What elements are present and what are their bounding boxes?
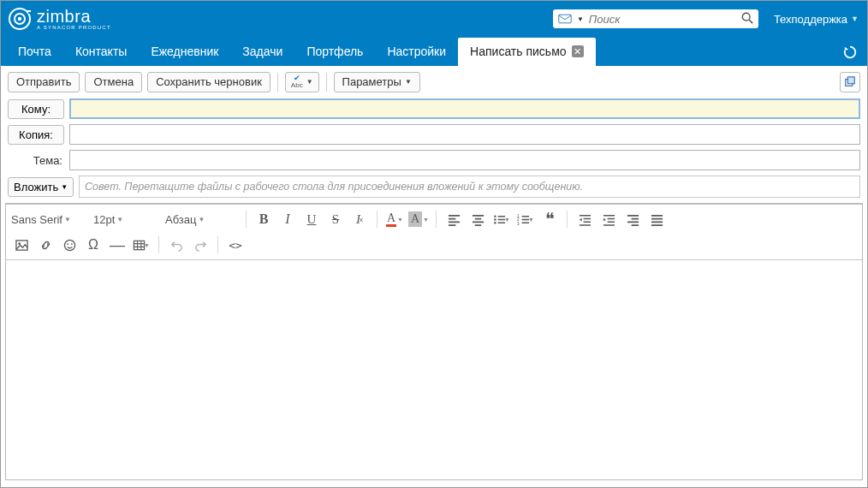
toolbar-divider xyxy=(326,73,327,92)
block-format-select[interactable]: Абзац▼ xyxy=(163,211,241,228)
editor: Sans Serif▼ 12pt▼ Абзац▼ B I U S Ix A▼ A… xyxy=(5,203,863,480)
search-input[interactable] xyxy=(589,13,736,26)
blockquote-button[interactable]: ❝ xyxy=(538,208,562,230)
save-draft-button[interactable]: Сохранить черновик xyxy=(147,72,271,92)
cancel-button[interactable]: Отмена xyxy=(85,72,142,92)
logo-name: zimbra xyxy=(37,8,111,25)
hr-button[interactable]: — xyxy=(105,234,129,256)
support-menu[interactable]: Техподдержка ▼ xyxy=(774,13,859,26)
subject-input[interactable] xyxy=(69,150,860,170)
align-left-button[interactable] xyxy=(442,208,466,230)
mail-scope-icon[interactable] xyxy=(558,14,572,24)
subject-label: Тема: xyxy=(8,154,64,167)
align-center-button[interactable] xyxy=(466,208,490,230)
underline-button[interactable]: U xyxy=(300,208,324,230)
bold-button[interactable]: B xyxy=(252,208,276,230)
clear-format-button[interactable]: Ix xyxy=(348,208,372,230)
to-input[interactable] xyxy=(69,98,860,119)
detach-button[interactable] xyxy=(840,72,860,92)
font-size-select[interactable]: 12pt▼ xyxy=(92,211,163,228)
indent-button[interactable] xyxy=(597,208,621,230)
cc-input[interactable] xyxy=(69,124,860,145)
attach-button[interactable]: Вложить ▼ xyxy=(8,177,74,197)
link-button[interactable] xyxy=(33,234,57,256)
number-list-button[interactable]: 123▼ xyxy=(514,208,538,230)
caret-down-icon: ▼ xyxy=(198,216,205,223)
spellcheck-button[interactable]: ✔Abc ▼ xyxy=(285,72,319,92)
tab-compose[interactable]: Написать письмо ✕ xyxy=(458,38,595,66)
svg-point-18 xyxy=(67,243,68,245)
caret-down-icon: ▼ xyxy=(61,183,68,191)
svg-line-6 xyxy=(749,20,752,23)
justify-button[interactable] xyxy=(645,208,669,230)
tab-settings[interactable]: Настройки xyxy=(375,38,458,66)
editor-toolbar: Sans Serif▼ 12pt▼ Абзац▼ B I U S Ix A▼ A… xyxy=(6,205,862,260)
italic-button[interactable]: I xyxy=(276,208,300,230)
svg-point-5 xyxy=(742,13,750,21)
tab-contacts[interactable]: Контакты xyxy=(63,38,139,66)
options-button[interactable]: Параметры ▼ xyxy=(334,72,420,92)
attach-dropzone[interactable]: Совет. Перетащите файлы с рабочего стола… xyxy=(79,176,860,198)
svg-point-19 xyxy=(70,243,72,245)
svg-point-17 xyxy=(64,240,74,250)
compose-fields: Кому: Копия: Тема: Вложить ▼ Совет. Пере… xyxy=(1,98,867,198)
toolbar-divider xyxy=(277,73,278,92)
caret-down-icon: ▼ xyxy=(423,217,429,223)
cc-button[interactable]: Копия: xyxy=(8,125,64,145)
logo-icon xyxy=(8,7,32,31)
search-box[interactable]: ▼ xyxy=(553,9,758,28)
caret-down-icon: ▼ xyxy=(306,78,313,86)
detach-icon xyxy=(844,76,856,88)
logo-subtitle: A SYNACOR PRODUCT xyxy=(37,25,111,30)
outdent-button[interactable] xyxy=(573,208,597,230)
svg-point-16 xyxy=(18,242,21,245)
source-code-button[interactable]: <> xyxy=(223,234,247,256)
image-button[interactable] xyxy=(9,234,33,256)
svg-rect-8 xyxy=(847,76,854,83)
caret-down-icon: ▼ xyxy=(851,15,859,23)
send-button[interactable]: Отправить xyxy=(8,72,80,92)
bullet-list-button[interactable]: ▼ xyxy=(490,208,514,230)
spellcheck-icon: ✔Abc xyxy=(291,74,303,89)
strikethrough-button[interactable]: S xyxy=(324,208,348,230)
caret-down-icon: ▼ xyxy=(64,216,71,223)
options-label: Параметры xyxy=(342,75,401,88)
main-tabs: Почта Контакты Ежедневник Задачи Портфел… xyxy=(1,37,867,66)
font-color-button[interactable]: A▼ xyxy=(383,208,407,230)
svg-point-10 xyxy=(494,218,496,220)
to-button[interactable]: Кому: xyxy=(8,99,64,119)
caret-down-icon: ▼ xyxy=(116,216,123,223)
tab-tasks[interactable]: Задачи xyxy=(230,38,294,66)
svg-rect-4 xyxy=(559,15,571,23)
attach-label: Вложить xyxy=(14,181,58,193)
special-char-button[interactable]: Ω xyxy=(81,234,105,256)
refresh-button[interactable] xyxy=(838,42,862,66)
support-label: Техподдержка xyxy=(774,13,847,26)
emoji-button[interactable] xyxy=(57,234,81,256)
close-icon[interactable]: ✕ xyxy=(572,45,584,57)
font-family-select[interactable]: Sans Serif▼ xyxy=(9,211,92,228)
table-button[interactable]: ▼ xyxy=(129,234,153,256)
tab-compose-label: Написать письмо xyxy=(470,45,566,58)
tab-briefcase[interactable]: Портфель xyxy=(294,38,375,66)
app-header: zimbra A SYNACOR PRODUCT ▼ Техподдержка … xyxy=(1,1,867,37)
tab-calendar[interactable]: Ежедневник xyxy=(139,38,230,66)
search-scope-caret[interactable]: ▼ xyxy=(577,15,584,23)
redo-button[interactable] xyxy=(188,234,212,256)
svg-point-9 xyxy=(494,215,496,217)
undo-button[interactable] xyxy=(164,234,188,256)
caret-down-icon: ▼ xyxy=(397,217,403,223)
caret-down-icon: ▼ xyxy=(405,78,412,86)
bg-color-button[interactable]: A▼ xyxy=(407,208,431,230)
svg-text:3: 3 xyxy=(517,222,520,226)
editor-body[interactable] xyxy=(6,260,862,479)
svg-rect-20 xyxy=(134,241,144,249)
align-right-button[interactable] xyxy=(621,208,645,230)
logo: zimbra A SYNACOR PRODUCT xyxy=(8,7,111,31)
search-icon[interactable] xyxy=(741,12,753,27)
compose-toolbar: Отправить Отмена Сохранить черновик ✔Abc… xyxy=(1,66,867,98)
svg-point-11 xyxy=(494,222,496,223)
tab-mail[interactable]: Почта xyxy=(6,38,63,66)
svg-point-2 xyxy=(18,17,21,21)
